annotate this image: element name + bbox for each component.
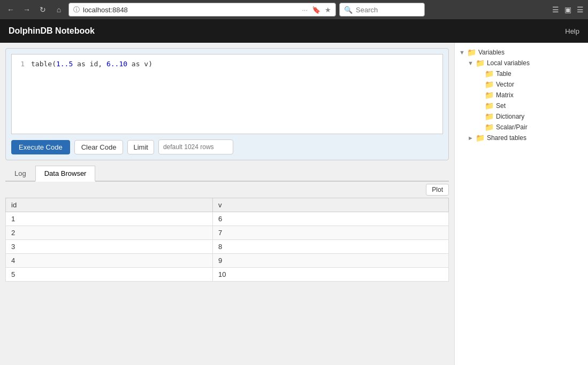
local-variables-label: Local variables — [487, 59, 530, 67]
item-folder-icon: 📁 — [485, 112, 494, 121]
search-input[interactable] — [356, 6, 420, 14]
tabs-area: Log Data Browser Plot id v — [5, 166, 449, 282]
more-options-icon[interactable]: ··· — [302, 6, 308, 14]
shared-folder-icon: 📁 — [476, 134, 485, 142]
menu-icon[interactable]: ☰ — [577, 5, 584, 14]
expand-shared-icon: ► — [468, 135, 474, 141]
local-folder-icon: 📁 — [476, 59, 485, 67]
plot-button[interactable]: Plot — [426, 184, 449, 196]
plot-btn-row: Plot — [5, 184, 449, 196]
tab-log[interactable]: Log — [5, 166, 35, 181]
table-header-row: id v — [6, 198, 449, 212]
app-header: DolphinDB Notebook Help — [0, 19, 588, 43]
address-text: localhost:8848 — [83, 6, 299, 14]
table-row: 38 — [6, 240, 449, 254]
folder-icon: 📁 — [467, 48, 476, 57]
tree-item-vector[interactable]: 📁Vector — [485, 79, 584, 90]
expand-local-icon: ▼ — [468, 60, 474, 66]
cell-v: 10 — [212, 268, 448, 282]
data-table: id v 16273849510 — [5, 198, 449, 282]
cell-v: 7 — [212, 226, 448, 240]
cell-v: 9 — [212, 254, 448, 268]
cell-id: 1 — [6, 212, 213, 226]
security-icon: ⓘ — [73, 5, 80, 14]
code-editor[interactable]: 1 table(1..5 as id, 6..10 as v) — [11, 54, 443, 134]
tree-root-variables[interactable]: ▼ 📁 Variables — [459, 47, 584, 58]
cell-id: 2 — [6, 226, 213, 240]
execute-code-button[interactable]: Execute Code — [11, 140, 70, 154]
library-icon[interactable]: ☰ — [552, 5, 559, 14]
limit-input[interactable] — [158, 139, 233, 154]
item-folder-icon: 📁 — [485, 80, 494, 89]
cell-id: 5 — [6, 268, 213, 282]
tree-item-table[interactable]: 📁Table — [485, 68, 584, 79]
star-icon[interactable]: ★ — [325, 6, 331, 14]
item-label: Vector — [496, 81, 514, 88]
tab-data-browser[interactable]: Data Browser — [35, 166, 96, 182]
cell-id: 4 — [6, 254, 213, 268]
table-wrapper: id v 16273849510 — [5, 198, 449, 282]
cell-v: 6 — [212, 212, 448, 226]
address-bar-actions: ··· 🔖 ★ — [302, 6, 331, 14]
search-icon: 🔍 — [344, 6, 353, 14]
tree-item-matrix[interactable]: 📁Matrix — [485, 90, 584, 100]
table-row: 510 — [6, 268, 449, 282]
tree-local-variables[interactable]: ▼ 📁 Local variables — [468, 58, 584, 68]
local-variables-items: 📁Table📁Vector📁Matrix📁Set📁Dictionary📁Scal… — [468, 68, 584, 133]
search-bar[interactable]: 🔍 — [339, 3, 425, 17]
item-label: Set — [496, 102, 506, 110]
column-header-v: v — [212, 198, 448, 212]
code-line-1: 1 table(1..5 as id, 6..10 as v) — [16, 59, 438, 69]
item-label: Dictionary — [496, 113, 524, 120]
table-row: 49 — [6, 254, 449, 268]
refresh-button[interactable]: ↻ — [36, 3, 49, 16]
table-row: 16 — [6, 212, 449, 226]
data-browser-content: Plot id v 16273849510 — [5, 182, 449, 282]
tree-item-scalar-pair[interactable]: 📁Scalar/Pair — [485, 122, 584, 133]
item-label: Table — [496, 70, 511, 77]
local-variables-group: ▼ 📁 Local variables 📁Table📁Vector📁Matrix… — [459, 58, 584, 133]
forward-button[interactable]: → — [20, 3, 33, 16]
help-link[interactable]: Help — [565, 27, 579, 35]
editor-buttons: Execute Code Clear Code Limit — [11, 139, 443, 154]
code-editor-container: 1 table(1..5 as id, 6..10 as v) Execute … — [5, 48, 449, 160]
expand-icon: ▼ — [459, 49, 465, 56]
limit-button[interactable]: Limit — [127, 140, 154, 154]
item-label: Scalar/Pair — [496, 123, 528, 131]
cell-id: 3 — [6, 240, 213, 254]
line-number: 1 — [16, 59, 25, 69]
item-folder-icon: 📁 — [485, 123, 494, 131]
main-content: 1 table(1..5 as id, 6..10 as v) Execute … — [0, 43, 588, 365]
tree-shared-tables[interactable]: ► 📁 Shared tables — [459, 133, 584, 143]
cell-v: 8 — [212, 240, 448, 254]
toolbar-icons: ☰ ▣ ☰ — [552, 5, 584, 14]
code-content: table(1..5 as id, 6..10 as v) — [31, 59, 152, 69]
table-row: 27 — [6, 226, 449, 240]
clear-code-button[interactable]: Clear Code — [74, 140, 124, 154]
home-button[interactable]: ⌂ — [52, 3, 65, 16]
item-folder-icon: 📁 — [485, 69, 494, 78]
column-header-id: id — [6, 198, 213, 212]
shared-tables-item[interactable]: ► 📁 Shared tables — [468, 133, 584, 143]
tab-view-icon[interactable]: ▣ — [564, 5, 571, 14]
right-panel: ▼ 📁 Variables ▼ 📁 Local variables 📁Table… — [454, 43, 588, 365]
item-folder-icon: 📁 — [485, 102, 494, 110]
tree-item-dictionary[interactable]: 📁Dictionary — [485, 111, 584, 122]
tree-item-set[interactable]: 📁Set — [485, 100, 584, 111]
item-label: Matrix — [496, 91, 514, 99]
item-folder-icon: 📁 — [485, 91, 494, 99]
pocket-icon[interactable]: 🔖 — [312, 6, 320, 14]
address-bar[interactable]: ⓘ localhost:8848 ··· 🔖 ★ — [68, 3, 336, 17]
browser-chrome: ← → ↻ ⌂ ⓘ localhost:8848 ··· 🔖 ★ 🔍 ☰ ▣ ☰ — [0, 0, 588, 19]
left-panel: 1 table(1..5 as id, 6..10 as v) Execute … — [0, 43, 454, 365]
tabs-container: Log Data Browser — [5, 166, 449, 182]
app-title: DolphinDB Notebook — [9, 26, 95, 36]
back-button[interactable]: ← — [4, 3, 17, 16]
variables-label: Variables — [478, 49, 505, 56]
shared-tables-label: Shared tables — [487, 134, 526, 142]
